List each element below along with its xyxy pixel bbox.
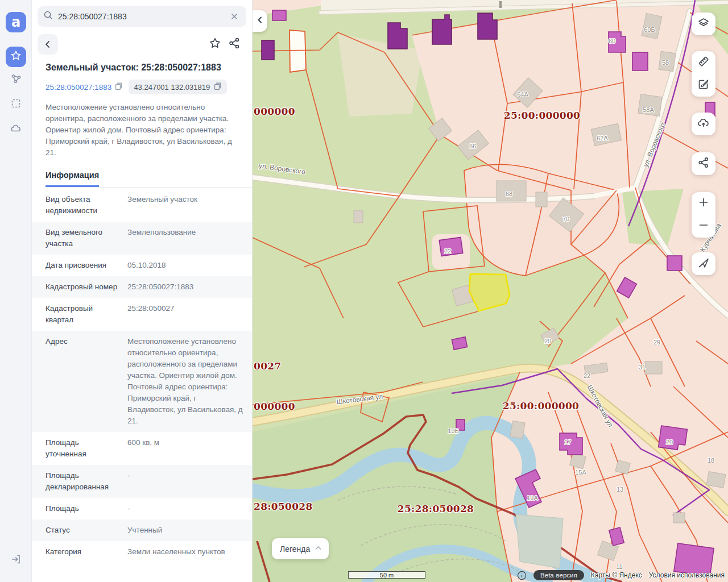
search-input[interactable]: [58, 12, 224, 21]
layers-control: [692, 13, 715, 35]
share-button[interactable]: [225, 35, 244, 54]
edit-pencil-icon: [697, 78, 710, 93]
map-graphics: [253, 0, 728, 582]
table-row: Площадь декларированная-: [32, 465, 252, 498]
search-clear-button[interactable]: [228, 10, 241, 23]
cloud-icon: [10, 123, 22, 136]
area-select-rail-button[interactable]: [6, 94, 26, 115]
share-control: [692, 152, 715, 175]
zoom-out-button[interactable]: [692, 215, 715, 238]
chevron-up-icon: [315, 544, 322, 554]
table-row: Площадь уточненная600 кв. м: [32, 432, 252, 465]
table-row: Вид объекта недвижимостиЗемельный участо…: [32, 189, 252, 222]
search-bar: [38, 6, 246, 27]
app-root: a: [0, 0, 728, 582]
logout-icon: [10, 554, 22, 567]
cadastral-number-link[interactable]: 25:28:050027:1883: [46, 82, 123, 92]
info-icon[interactable]: [517, 571, 527, 580]
zoom-in-button[interactable]: [692, 192, 715, 215]
polygon-tool-rail-button[interactable]: [6, 69, 26, 90]
cloud-rail-button[interactable]: [6, 119, 26, 140]
cloud-upload-icon: [697, 117, 710, 131]
table-row: Кадастровый квартал25:28:050027: [32, 298, 252, 331]
coordinates-text: 43.247001 132.031819: [134, 83, 210, 92]
favorites-rail-button[interactable]: [6, 47, 26, 67]
map-share-button[interactable]: [692, 152, 715, 175]
polygon-nodes-icon: [10, 73, 22, 86]
locate-button[interactable]: [692, 252, 715, 275]
locate-control: [692, 252, 715, 275]
detail-actions: [38, 34, 244, 55]
cloud-upload-button[interactable]: [692, 113, 715, 135]
dashed-square-icon: [10, 98, 22, 111]
map-copyright: Карты © Яндекс: [591, 571, 642, 579]
layers-icon: [697, 16, 710, 31]
measure-edit-control: [692, 51, 715, 97]
star-icon: [10, 50, 22, 64]
scale-label: 50 m: [380, 572, 394, 579]
panel-collapse-button[interactable]: [253, 10, 267, 32]
legend-button[interactable]: Легенда: [272, 538, 329, 559]
table-row: АдресМестоположение установлено относите…: [32, 331, 252, 432]
table-row: Вид земельного участкаЗемлепользование: [32, 222, 252, 255]
icon-rail: a: [0, 0, 32, 582]
coordinates-chip[interactable]: 43.247001 132.031819: [129, 80, 227, 94]
info-table: Вид объекта недвижимостиЗемельный участо…: [32, 189, 252, 563]
map-canvas[interactable]: 00000025:00:000000002700000025:00:000000…: [253, 0, 728, 582]
chips-row: 25:28:050027:1883 43.247001 132.031819: [46, 80, 238, 94]
detail-panel: Земельный участок: 25:28:050027:1883 25:…: [32, 0, 253, 582]
map-attribution: Beta-версия Карты © Яндекс Условия испол…: [517, 570, 725, 580]
cadastral-number-text: 25:28:050027:1883: [46, 83, 111, 92]
share-icon: [228, 37, 241, 52]
page-title: Земельный участок: 25:28:050027:1883: [46, 63, 238, 73]
copy-icon[interactable]: [114, 82, 123, 92]
plus-icon: [698, 197, 709, 210]
table-row: СтатусУчтенный: [32, 519, 252, 541]
layers-button[interactable]: [692, 13, 715, 35]
map-scale-bar: 50 m: [348, 571, 425, 579]
navigation-arrow-icon: [697, 256, 710, 271]
minus-icon: [698, 219, 709, 233]
beta-badge[interactable]: Beta-версия: [533, 570, 584, 580]
tabs-bar: Информация: [46, 170, 252, 188]
table-row: Дата присвоения05.10.2018: [32, 255, 252, 276]
table-row: КатегорияЗемли населенных пунктов: [32, 541, 252, 563]
location-description: Местоположение установлено относительно …: [46, 102, 238, 159]
ruler-icon: [697, 55, 710, 70]
chevron-left-icon: [256, 16, 264, 26]
share-icon: [697, 156, 710, 171]
table-row: Кадастровый номер25:28:050027:1883: [32, 276, 252, 298]
zoom-control: [692, 192, 715, 238]
terms-of-use-link[interactable]: Условия использования: [649, 571, 725, 579]
login-rail-button[interactable]: [6, 550, 26, 571]
star-icon: [209, 37, 221, 52]
favorite-button[interactable]: [205, 35, 225, 54]
back-button[interactable]: [38, 34, 58, 55]
draw-button[interactable]: [692, 74, 715, 97]
table-row: Площадь-: [32, 498, 252, 519]
legend-label: Легенда: [280, 544, 310, 554]
app-logo[interactable]: a: [6, 12, 26, 32]
upload-control: [692, 113, 715, 135]
copy-icon[interactable]: [213, 82, 222, 92]
tab-information[interactable]: Информация: [46, 171, 99, 187]
search-icon: [43, 10, 53, 23]
ruler-button[interactable]: [692, 51, 715, 74]
